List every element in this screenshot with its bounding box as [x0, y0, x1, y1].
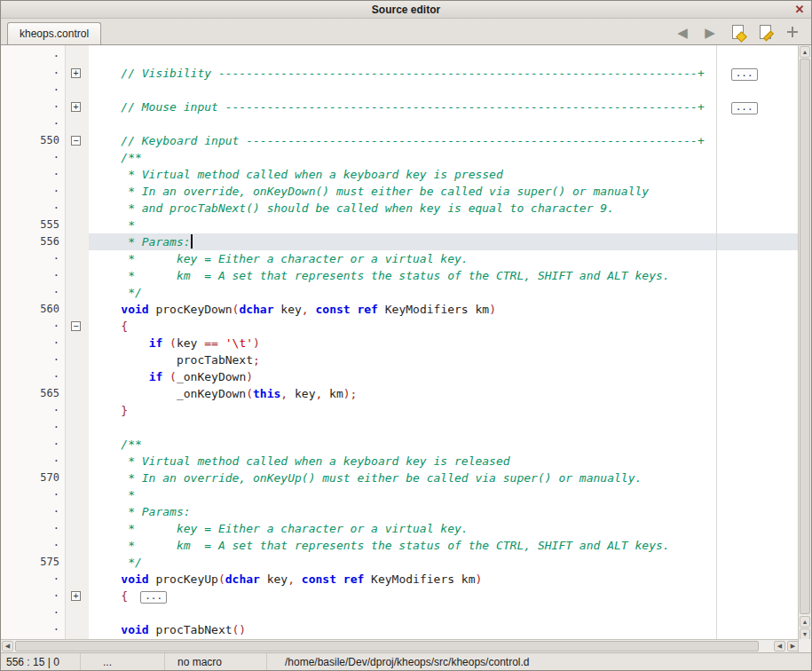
close-button[interactable]: ✕ — [792, 2, 807, 16]
code-line[interactable]: · — [1, 82, 800, 99]
code-line[interactable]: · * key = Either a character or a virtua… — [1, 520, 800, 537]
code-line[interactable]: 556 * Params: — [1, 233, 800, 250]
go-forward-button[interactable]: ▶ — [700, 22, 720, 42]
statusbar-extra-panel: ... — [81, 653, 165, 670]
code-line[interactable]: · /** — [1, 149, 800, 166]
code-line[interactable]: · } — [1, 402, 800, 419]
line-number: 565 — [1, 385, 59, 402]
code-line[interactable]: · * Virtual method called when a keyboar… — [1, 453, 800, 470]
code-line[interactable]: · * km = A set that represents the statu… — [1, 537, 800, 554]
scrollbar-corner — [798, 639, 811, 652]
code-text: void procTabNext() — [93, 621, 246, 638]
code-line[interactable]: · if (_onKeyDown) — [1, 368, 800, 385]
code-line[interactable]: · * Params: — [1, 503, 800, 520]
scroll-up-button-secondary[interactable]: ▲ — [800, 616, 810, 628]
code-text: if (_onKeyDown) — [93, 368, 253, 385]
line-dot: · — [1, 65, 59, 82]
code-text: * In an override, onKeyDown() must eithe… — [93, 183, 649, 200]
code-line[interactable]: 570 * In an override, onKeyUp() must eit… — [1, 470, 800, 486]
code-text: { — [93, 318, 128, 335]
code-text: void procKeyDown(dchar key, const ref Ke… — [93, 301, 496, 318]
vertical-scrollbar[interactable]: ▲ ▲ ▼ — [798, 44, 811, 641]
code-line[interactable]: · if (key == '\t') — [1, 335, 800, 351]
source-editor-window: Source editor ✕ kheops.control ◀ ▶ — [0, 0, 812, 671]
code-line[interactable]: · * km = A set that represents the statu… — [1, 267, 800, 284]
line-dot: · — [1, 267, 59, 284]
code-line[interactable]: · * and procTabNext() should be called w… — [1, 200, 800, 217]
code-text: * — [93, 217, 135, 233]
code-text: * key = Either a character or a virtual … — [93, 520, 469, 537]
code-text: */ — [93, 554, 142, 571]
code-line[interactable]: · — [1, 115, 800, 132]
up-arrow-icon: ▲ — [802, 619, 808, 625]
code-line[interactable]: · * — [1, 486, 800, 503]
code-line[interactable]: ·− { — [1, 318, 800, 335]
code-line[interactable]: · procTabNext; — [1, 351, 800, 368]
horizontal-scrollbar[interactable]: ◀ ◀ ▶ — [1, 639, 800, 652]
code-line[interactable]: · */ — [1, 284, 800, 301]
code-line[interactable]: 565 _onKeyDown(this, key, km); — [1, 385, 800, 402]
code-line[interactable]: ·+ {... — [1, 588, 800, 604]
line-dot: · — [1, 604, 59, 621]
line-dot: · — [1, 82, 59, 99]
code-line[interactable]: · — [1, 419, 800, 436]
code-line[interactable]: · /** — [1, 436, 800, 453]
vertical-scrollbar-thumb[interactable] — [800, 59, 810, 614]
line-dot: · — [1, 149, 59, 166]
add-document-button[interactable] — [728, 22, 747, 42]
code-rows: ··+ // Visibility ----------------------… — [1, 45, 800, 638]
fold-expand-icon[interactable]: + — [71, 68, 81, 78]
line-dot: · — [1, 284, 59, 301]
back-arrow-icon: ◀ — [677, 26, 688, 39]
line-dot: · — [1, 99, 59, 115]
code-line[interactable]: · void procTabNext() — [1, 621, 800, 638]
code-line[interactable]: · * key = Either a character or a virtua… — [1, 250, 800, 267]
line-number: 575 — [1, 554, 59, 571]
line-dot: · — [1, 250, 59, 267]
scroll-left-button[interactable]: ◀ — [2, 641, 13, 651]
tab-kheops-control[interactable]: kheops.control — [7, 22, 101, 44]
code-editor[interactable]: ··+ // Visibility ----------------------… — [1, 44, 800, 641]
text-caret — [191, 234, 193, 249]
fold-ellipsis[interactable]: ... — [731, 68, 758, 81]
code-line[interactable]: · void procKeyUp(dchar key, const ref Ke… — [1, 571, 800, 588]
code-text: _onKeyDown(this, key, km); — [93, 385, 357, 402]
scroll-left-button-secondary[interactable]: ◀ — [774, 641, 785, 651]
code-text: if (key == '\t') — [93, 335, 260, 351]
left-arrow-icon: ◀ — [777, 643, 782, 650]
code-line[interactable]: 560 void procKeyDown(dchar key, const re… — [1, 301, 800, 318]
line-number: 560 — [1, 301, 59, 318]
line-dot: · — [1, 436, 59, 453]
fold-collapse-icon[interactable]: − — [71, 321, 81, 331]
code-line[interactable]: ·+ // Visibility -----------------------… — [1, 65, 800, 82]
code-line[interactable]: 555 * — [1, 217, 800, 233]
line-dot: · — [1, 486, 59, 503]
scroll-up-button[interactable]: ▲ — [800, 46, 810, 58]
detach-button[interactable] — [783, 22, 802, 42]
code-line[interactable]: ·+ // Mouse input ----------------------… — [1, 99, 800, 115]
code-line[interactable]: · — [1, 48, 800, 65]
code-line[interactable]: · * In an override, onKeyDown() must eit… — [1, 183, 800, 200]
code-line[interactable]: · * Virtual method called when a keyboar… — [1, 166, 800, 183]
caret-position-panel: 556 : 15 | 0 — [1, 653, 81, 670]
code-text: * Params: — [93, 503, 191, 520]
fold-ellipsis[interactable]: ... — [731, 102, 758, 114]
go-back-button[interactable]: ◀ — [673, 22, 692, 42]
code-text: {... — [93, 588, 167, 604]
fold-ellipsis[interactable]: ... — [140, 591, 167, 604]
line-dot: · — [1, 183, 59, 200]
code-line[interactable]: · — [1, 604, 800, 621]
fold-expand-icon[interactable]: + — [71, 591, 81, 601]
macro-state-panel: no macro — [165, 653, 267, 670]
line-dot: · — [1, 115, 59, 132]
horizontal-scrollbar-thumb[interactable] — [15, 641, 759, 651]
fold-collapse-icon[interactable]: − — [71, 136, 81, 146]
save-document-button[interactable] — [755, 22, 775, 42]
document-new-icon — [732, 25, 744, 39]
code-line[interactable]: 550− // Keyboard input -----------------… — [1, 132, 800, 149]
code-text: * km = A set that represents the status … — [93, 537, 670, 554]
fold-expand-icon[interactable]: + — [71, 102, 81, 112]
line-dot: · — [1, 419, 59, 436]
code-text: * Params: — [93, 233, 193, 250]
code-line[interactable]: 575 */ — [1, 554, 800, 571]
